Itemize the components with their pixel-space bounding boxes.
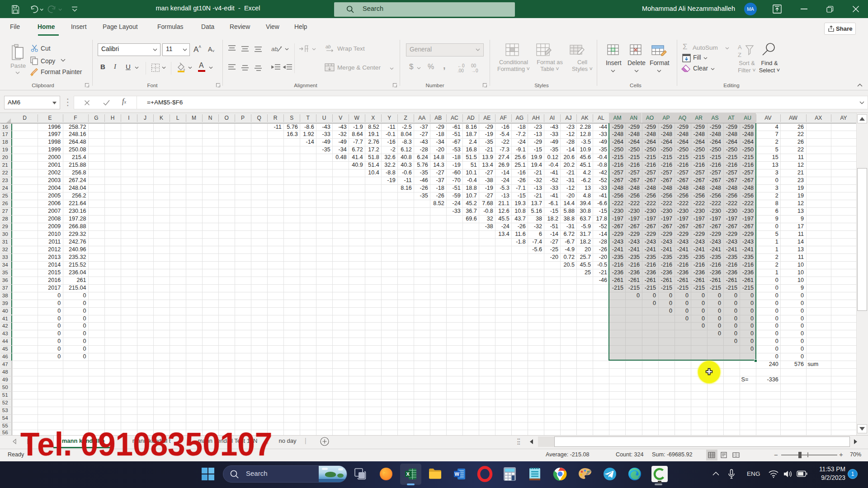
svg-text:W: W bbox=[455, 471, 460, 477]
svg-text:Z: Z bbox=[738, 52, 741, 58]
svg-text:A: A bbox=[738, 44, 742, 51]
svg-text:ab: ab bbox=[271, 46, 278, 52]
svg-text:ab: ab bbox=[326, 44, 331, 49]
svg-text:X: X bbox=[406, 471, 410, 477]
